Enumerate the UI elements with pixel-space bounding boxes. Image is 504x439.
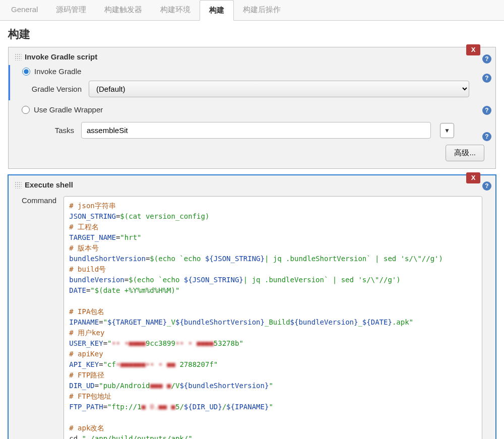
radio-use-wrapper-label: Use Gradle Wrapper — [34, 105, 103, 114]
radio-invoke-gradle[interactable] — [22, 68, 30, 76]
gradle-panel: X ? ? ? ? Invoke Gradle script Invoke Gr… — [8, 47, 496, 169]
drag-handle-icon[interactable] — [15, 181, 22, 189]
shell-panel-title: Execute shell — [25, 180, 73, 189]
help-icon[interactable]: ? — [482, 181, 491, 191]
tasks-input[interactable] — [81, 122, 431, 139]
tasks-expand-button[interactable]: ▼ — [440, 123, 454, 138]
tab-general[interactable]: General — [2, 0, 47, 20]
config-tabbar: General 源码管理 构建触发器 构建环境 构建 构建后操作 — [0, 0, 504, 21]
tab-env[interactable]: 构建环境 — [151, 0, 200, 20]
shell-panel: X ? Execute shell Command # json字符串 JSON… — [8, 175, 496, 439]
gradle-version-select[interactable]: (Default) — [89, 81, 469, 97]
gradle-version-label: Gradle Version — [22, 85, 89, 93]
tab-build[interactable]: 构建 — [200, 0, 234, 21]
help-icon[interactable]: ? — [482, 74, 491, 83]
help-icon[interactable]: ? — [482, 106, 491, 115]
radio-use-wrapper[interactable] — [22, 106, 30, 114]
command-label: Command — [22, 196, 64, 205]
shell-command-textarea[interactable]: # json字符串 JSON_STRING=$(cat version_conf… — [64, 196, 482, 439]
tasks-label: Tasks — [22, 126, 81, 135]
radio-invoke-gradle-label: Invoke Gradle — [34, 67, 81, 76]
help-icon[interactable]: ? — [482, 132, 491, 141]
shell-panel-close[interactable]: X — [466, 172, 480, 183]
tab-postbuild[interactable]: 构建后操作 — [234, 0, 290, 20]
gradle-panel-title: Invoke Gradle script — [25, 52, 97, 61]
gradle-panel-close[interactable]: X — [466, 44, 480, 55]
drag-handle-icon[interactable] — [15, 53, 22, 60]
tab-triggers[interactable]: 构建触发器 — [95, 0, 151, 20]
page-title: 构建 — [8, 27, 496, 42]
help-icon[interactable]: ? — [482, 54, 491, 64]
tab-scm[interactable]: 源码管理 — [47, 0, 95, 20]
advanced-button[interactable]: 高级... — [446, 145, 484, 161]
